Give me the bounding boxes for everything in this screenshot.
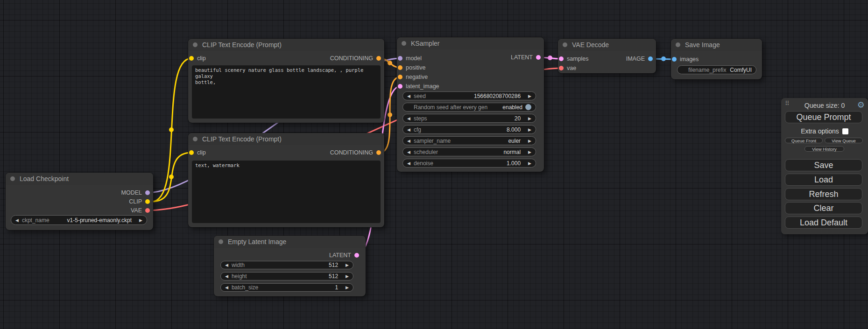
increment-arrow-icon[interactable]: ▶ [346,263,349,267]
link-dot-clip-positive[interactable] [169,127,174,132]
increment-arrow-icon[interactable]: ▶ [528,139,531,143]
decrement-arrow-icon[interactable]: ◀ [15,218,19,223]
node-header[interactable]: CLIP Text Encode (Prompt) [188,39,384,51]
link-dot-latent-samples[interactable] [548,56,552,60]
seed-widget[interactable]: ◀ seed 156680208700286 ▶ [402,91,536,100]
decrement-arrow-icon[interactable]: ◀ [407,161,410,166]
collapse-dot-icon[interactable] [10,176,15,181]
output-slot-vae: VAE [6,207,153,214]
queue-front-button[interactable]: Queue Front [785,138,823,143]
collapse-dot-icon[interactable] [402,41,406,46]
input-slot-vae: vae [558,64,656,72]
slot-label: VAE [131,207,142,214]
link-dot-clip-negative[interactable] [169,175,174,179]
increment-arrow-icon[interactable]: ▶ [139,218,142,223]
widget-label: seed [414,93,426,99]
slot-label: LATENT [511,54,533,61]
conditioning-output-dot[interactable] [376,56,381,61]
node-title: CLIP Text Encode (Prompt) [202,41,282,49]
node-header[interactable]: Load Checkpoint [6,173,153,185]
clip-output-dot[interactable] [145,199,150,204]
latent-image-input-dot[interactable] [398,84,402,89]
increment-arrow-icon[interactable]: ▶ [528,94,531,98]
cfg-widget[interactable]: ◀ cfg 8.000 ▶ [402,125,536,134]
decrement-arrow-icon[interactable]: ◀ [407,139,410,143]
increment-arrow-icon[interactable]: ▶ [346,274,349,279]
ckpt-name-widget[interactable]: ◀ ckpt_name v1-5-pruned-emaonly.ckpt ▶ [11,215,147,225]
queue-prompt-button[interactable]: Queue Prompt [785,111,862,123]
width-widget[interactable]: ◀ width 512 ▶ [220,261,353,269]
load-button[interactable]: Load [785,174,862,186]
collapse-dot-icon[interactable] [193,42,198,47]
random-seed-toggle-widget[interactable]: Random seed after every gen enabled [402,103,536,112]
height-widget[interactable]: ◀ height 512 ▶ [220,272,353,280]
denoise-widget[interactable]: ◀ denoise 1.000 ▶ [402,159,536,168]
increment-arrow-icon[interactable]: ▶ [528,127,531,132]
collapse-dot-icon[interactable] [676,42,680,47]
model-output-dot[interactable] [145,190,150,195]
node-title: Load Checkpoint [20,175,69,182]
collapse-dot-icon[interactable] [193,137,198,141]
decrement-arrow-icon[interactable]: ◀ [225,285,228,290]
toggle-on-icon[interactable] [525,104,531,110]
input-slot-negative: negative [397,73,544,81]
node-header[interactable]: CLIP Text Encode (Prompt) [188,133,384,145]
widget-label: denoise [414,160,433,167]
node-title: VAE Decode [572,41,609,49]
widget-label: ckpt_name [22,217,49,224]
save-button[interactable]: Save [785,159,862,171]
widget-label: steps [414,115,427,122]
decrement-arrow-icon[interactable]: ◀ [407,150,410,154]
collapse-dot-icon[interactable] [219,239,223,244]
increment-arrow-icon[interactable]: ▶ [528,161,531,166]
increment-arrow-icon[interactable]: ▶ [528,150,531,154]
latent-output-dot[interactable] [354,253,359,258]
negative-prompt-textarea[interactable]: text, watermark [192,161,381,223]
sampler-name-widget[interactable]: ◀ sampler_name euler ▶ [402,136,536,145]
positive-prompt-textarea[interactable]: beautiful scenery nature glass bottle la… [192,65,381,119]
node-load-checkpoint: Load Checkpoint MODEL CLIP VAE ◀ ckpt_na… [6,173,153,230]
collapse-dot-icon[interactable] [563,42,567,47]
decrement-arrow-icon[interactable]: ◀ [225,263,228,267]
refresh-button[interactable]: Refresh [785,188,862,200]
extra-options-checkbox[interactable] [842,128,848,134]
increment-arrow-icon[interactable]: ▶ [528,116,531,121]
steps-widget[interactable]: ◀ steps 20 ▶ [402,114,536,123]
widget-value: 512 [329,262,338,268]
slot-label: positive [406,64,425,71]
view-history-button[interactable]: View History [804,146,844,152]
negative-input-dot[interactable] [398,75,402,79]
positive-input-dot[interactable] [398,65,402,70]
vae-input-dot[interactable] [559,66,564,70]
widget-label: filename_prefix [688,67,726,73]
images-input-dot[interactable] [672,57,677,62]
view-queue-button[interactable]: View Queue [825,138,863,143]
settings-gear-icon[interactable]: ⚙ [857,100,865,110]
node-header[interactable]: Empty Latent Image [214,236,366,248]
decrement-arrow-icon[interactable]: ◀ [407,94,410,98]
scheduler-widget[interactable]: ◀ scheduler normal ▶ [402,147,536,156]
node-header[interactable]: Save Image [671,39,762,51]
filename-prefix-widget[interactable]: filename_prefix ComfyUI [677,65,756,74]
clear-button[interactable]: Clear [785,202,862,214]
decrement-arrow-icon[interactable]: ◀ [407,116,410,121]
conditioning-output-dot[interactable] [376,150,381,155]
widget-value: enabled [502,104,522,111]
slot-label: CONDITIONING [330,149,373,156]
increment-arrow-icon[interactable]: ▶ [346,285,349,290]
image-output-dot[interactable] [648,56,653,61]
node-header[interactable]: KSampler [397,37,544,49]
node-graph-canvas[interactable]: Load Checkpoint MODEL CLIP VAE ◀ ckpt_na… [0,0,868,329]
load-default-button[interactable]: Load Default [785,217,862,229]
vae-output-dot[interactable] [145,208,150,213]
node-header[interactable]: VAE Decode [558,39,656,51]
link-dot-image[interactable] [661,56,666,61]
slot-label: CONDITIONING [330,55,373,62]
link-dot-conditioning-negative[interactable] [388,112,392,117]
latent-output-dot[interactable] [536,55,541,60]
decrement-arrow-icon[interactable]: ◀ [407,127,410,132]
batch-size-widget[interactable]: ◀ batch_size 1 ▶ [220,283,353,292]
link-dot-conditioning-positive[interactable] [388,61,392,65]
decrement-arrow-icon[interactable]: ◀ [225,274,228,279]
widget-value: 1 [335,284,338,291]
